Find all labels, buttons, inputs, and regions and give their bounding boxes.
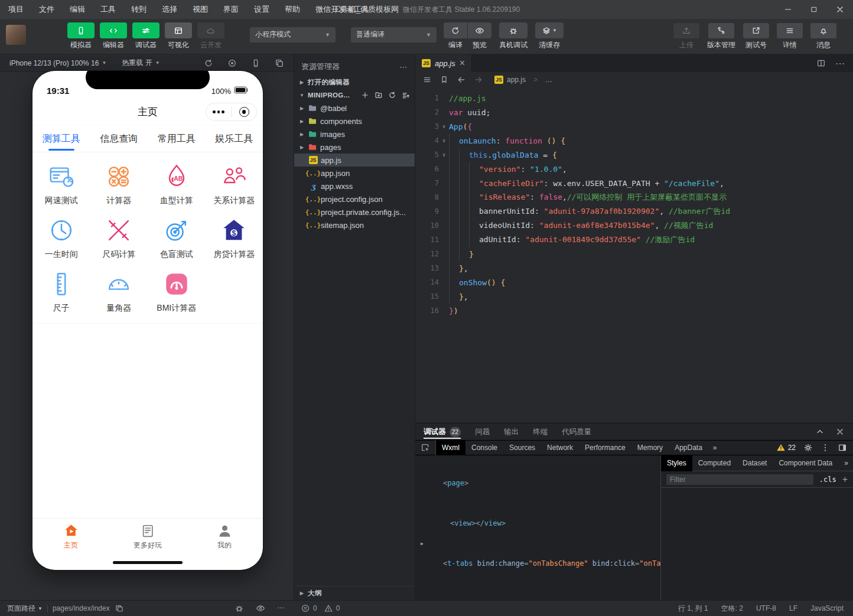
action-layers-button[interactable]: ▼ 清缓存 bbox=[535, 22, 564, 50]
navigate-back-icon[interactable] bbox=[457, 75, 466, 84]
devtools-tab-wxml[interactable]: Wxml bbox=[436, 440, 465, 455]
close-panel-icon[interactable] bbox=[835, 427, 845, 436]
menu-item-2[interactable]: 编辑 bbox=[70, 4, 85, 15]
refresh-icon[interactable] bbox=[204, 58, 213, 68]
more-actions-icon[interactable]: ⋯ bbox=[277, 604, 284, 613]
devtools-tab-sources[interactable]: Sources bbox=[503, 440, 541, 455]
toolbar-code-button[interactable]: 编辑器 bbox=[100, 22, 127, 50]
minimize-icon[interactable] bbox=[775, 0, 801, 19]
styles-tab-component-data[interactable]: Component Data bbox=[773, 455, 838, 471]
debugger-tab-调试器[interactable]: 调试器 22 bbox=[424, 423, 461, 440]
file-row-components[interactable]: ▶ components bbox=[294, 115, 415, 128]
tool-item[interactable]: 关系计算器 bbox=[206, 163, 263, 206]
wxml-tree[interactable]: <page> <view></view> ▶ <t-tabs bind:chan… bbox=[415, 455, 660, 600]
more-dots-icon[interactable] bbox=[206, 110, 231, 113]
wxml-node[interactable]: <page> bbox=[421, 458, 658, 498]
warning-counter[interactable]: 22 bbox=[776, 443, 796, 452]
outline-list-icon[interactable] bbox=[422, 75, 432, 84]
expand-arrow-icon[interactable]: ▶ bbox=[421, 539, 424, 549]
inspect-element-icon[interactable] bbox=[415, 440, 436, 455]
debugger-tab-问题[interactable]: 问题 bbox=[475, 423, 490, 440]
filter-input[interactable]: Filter bbox=[666, 474, 813, 485]
menu-item-7[interactable]: 界面 bbox=[223, 4, 239, 15]
page-path-select[interactable]: 页面路径 ▼ bbox=[7, 604, 43, 614]
maximize-icon[interactable] bbox=[801, 0, 827, 19]
wxml-node[interactable]: style="margin-top: 2px;" class="custom-t… bbox=[421, 579, 658, 600]
gear-icon[interactable] bbox=[803, 443, 813, 452]
menu-item-4[interactable]: 转到 bbox=[131, 4, 146, 15]
wxml-node[interactable]: <view></view> bbox=[421, 498, 658, 539]
avatar[interactable] bbox=[6, 25, 26, 45]
more-actions-icon[interactable]: ⋯ bbox=[835, 58, 845, 69]
devtools-tab-console[interactable]: Console bbox=[465, 440, 503, 455]
stoprec-icon[interactable] bbox=[227, 58, 237, 68]
menu-item-6[interactable]: 视图 bbox=[193, 4, 208, 15]
tool-item[interactable]: 网速测试 bbox=[32, 163, 90, 206]
phone-tab-2[interactable]: 常用工具 bbox=[148, 126, 206, 152]
close-target-icon[interactable] bbox=[232, 107, 256, 117]
fold-toggle-icon[interactable]: ∨ bbox=[439, 123, 449, 129]
tool-item[interactable]: 计算器 bbox=[90, 163, 148, 206]
toolbar-branch-button[interactable]: 版本管理 bbox=[707, 23, 735, 50]
hot-reload-toggle[interactable]: 热重载 开 ▼ bbox=[122, 58, 159, 68]
tabs-overflow-chevron[interactable]: » bbox=[708, 444, 722, 452]
tool-item[interactable]: 色盲测试 bbox=[148, 217, 206, 260]
toolbar-bell-button[interactable]: 消息 bbox=[810, 23, 836, 50]
debugger-tab-输出[interactable]: 输出 bbox=[504, 423, 519, 440]
file-row-project-private-config-js-[interactable]: {..}project.private.config.js... bbox=[294, 206, 415, 219]
tool-item[interactable]: 尺码计算 bbox=[90, 217, 148, 260]
problems-indicator[interactable]: 0 0 bbox=[294, 601, 415, 616]
project-root-section[interactable]: ▼ MINIPROG... bbox=[294, 89, 415, 102]
plus-icon[interactable] bbox=[361, 90, 369, 100]
styles-tab-dataset[interactable]: Dataset bbox=[737, 455, 773, 471]
tool-item[interactable]: BMI计算器 bbox=[148, 270, 206, 314]
editor-tab-appjs[interactable]: JS app.js × bbox=[415, 54, 472, 72]
phone-tab-1[interactable]: 信息查询 bbox=[90, 126, 148, 152]
menu-item-5[interactable]: 选择 bbox=[162, 4, 177, 15]
close-tab-icon[interactable]: × bbox=[460, 58, 465, 69]
tool-item[interactable]: 量角器 bbox=[90, 270, 148, 314]
file-row-sitemap-json[interactable]: {..}sitemap.json bbox=[294, 219, 415, 232]
breadcrumb-more[interactable]: … bbox=[545, 76, 552, 84]
fold-toggle-icon[interactable]: ∨ bbox=[439, 138, 449, 144]
tool-item[interactable]: $ 房贷计算器 bbox=[206, 217, 263, 260]
toolbar-upload-button[interactable]: 上传 bbox=[673, 23, 699, 50]
tool-item[interactable]: 尺子 bbox=[32, 270, 90, 314]
file-row-app-json[interactable]: {..}app.json bbox=[294, 167, 415, 180]
debugger-tab-代码质量[interactable]: 代码质量 bbox=[562, 423, 591, 440]
open-editors-section[interactable]: ▶ 打开的编辑器 bbox=[294, 76, 415, 89]
status-item-2[interactable]: UTF-8 bbox=[756, 604, 776, 612]
debugger-tab-终端[interactable]: 终端 bbox=[533, 423, 548, 440]
devtools-tab-network[interactable]: Network bbox=[541, 440, 579, 455]
chevron-up-icon[interactable] bbox=[815, 427, 825, 436]
mode-select[interactable]: 小程序模式 ▼ bbox=[250, 27, 336, 43]
preview-eye-icon[interactable] bbox=[256, 604, 265, 613]
dock-side-icon[interactable] bbox=[838, 443, 847, 452]
tabbar-news[interactable]: 更多好玩 bbox=[109, 523, 186, 550]
split-editor-icon[interactable] bbox=[816, 58, 826, 69]
toolbar-cloud-button[interactable]: 云开发 bbox=[197, 22, 224, 50]
devtools-tab-performance[interactable]: Performance bbox=[579, 440, 631, 455]
phone-icon[interactable] bbox=[251, 58, 261, 68]
status-item-1[interactable]: 空格: 2 bbox=[721, 604, 743, 614]
file-row-project-config-json[interactable]: {..}project.config.json bbox=[294, 193, 415, 206]
file-row-app-js[interactable]: JSapp.js bbox=[294, 154, 415, 167]
compile-mode-select[interactable]: 普通编译 ▼ bbox=[351, 27, 437, 43]
tabbar-home[interactable]: 主页 bbox=[32, 523, 109, 550]
device-select[interactable]: iPhone 12/13 (Pro) 100% 16 ▼ bbox=[9, 59, 106, 67]
toolbar-phone-button[interactable]: 模拟器 bbox=[67, 22, 95, 50]
status-item-3[interactable]: LF bbox=[789, 604, 797, 612]
refresh-icon[interactable] bbox=[388, 90, 396, 100]
outline-section[interactable]: ▶ 大纲 bbox=[294, 586, 415, 600]
navigate-forward-icon[interactable] bbox=[474, 75, 483, 84]
miniprogram-capsule[interactable] bbox=[206, 103, 257, 121]
devtools-tab-memory[interactable]: Memory bbox=[631, 440, 669, 455]
file-row-images[interactable]: ▶ images bbox=[294, 128, 415, 141]
vconsole-bug-icon[interactable] bbox=[235, 604, 244, 613]
folderplus-icon[interactable] bbox=[375, 90, 383, 100]
toolbar-layout-button[interactable]: 可视化 bbox=[165, 22, 192, 50]
status-item-4[interactable]: JavaScript bbox=[810, 604, 844, 612]
tool-item[interactable]: AB 血型计算 bbox=[148, 163, 206, 206]
devtools-tab-appdata[interactable]: AppData bbox=[669, 440, 708, 455]
file-row-pages[interactable]: ▶ pages bbox=[294, 141, 415, 154]
